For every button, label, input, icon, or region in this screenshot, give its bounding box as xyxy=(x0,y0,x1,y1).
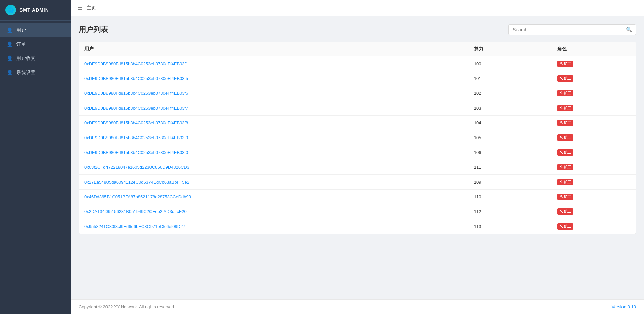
miner-icon: ⛏ xyxy=(560,62,563,66)
cell-role: ⛏ 矿工 xyxy=(552,145,636,160)
cell-hashrate: 103 xyxy=(469,101,552,116)
search-box: 🔍 xyxy=(508,24,636,35)
user-address-link[interactable]: 0x63f2CFd472218047e1605d2230C866D9D4826C… xyxy=(84,165,189,170)
sidebar-label-users: 用户 xyxy=(16,27,26,33)
cell-address: 0xDE9D0B8980Fd815b3b4C0253eb0730eFf4EB03… xyxy=(79,56,469,71)
user-address-link[interactable]: 0xDE9D0B8980Fd815b3b4C0253eb0730eFf4EB03… xyxy=(84,150,188,155)
user-address-link[interactable]: 0x9558241C80f8cf9Ed6d6bEC3C971eCfc6ef09D… xyxy=(84,224,185,229)
footer: Copyright © 2022 XY Network. All rights … xyxy=(71,299,644,314)
order-icon: 👤 xyxy=(7,41,13,47)
role-badge: ⛏ 矿工 xyxy=(557,105,573,111)
cell-address: 0x27Ea54805da6094112eC0d6374EdCb63aBbFF5… xyxy=(79,175,469,190)
sidebar: 🌐 SMT ADMIN 👤 用户 👤 订单 👤 用户收支 👤 系统设置 xyxy=(0,0,71,314)
cell-role: ⛏ 矿工 xyxy=(552,56,636,71)
miner-icon: ⛏ xyxy=(560,180,563,184)
role-badge: ⛏ 矿工 xyxy=(557,194,573,200)
miner-icon: ⛏ xyxy=(560,165,563,169)
cell-hashrate: 104 xyxy=(469,116,552,130)
user-address-link[interactable]: 0x2DA134Df5156281B051949C2CFeb2fAD3dffcE… xyxy=(84,209,187,214)
table-row: 0x27Ea54805da6094112eC0d6374EdCb63aBbFF5… xyxy=(79,175,636,190)
sidebar-label-settings: 系统设置 xyxy=(16,70,35,76)
table-row: 0xDE9D0B8980Fd815b3b4C0253eb0730eFf4EB03… xyxy=(79,71,636,86)
logo-text: SMT ADMIN xyxy=(19,7,49,13)
cell-hashrate: 101 xyxy=(469,71,552,86)
page-title: 用户列表 xyxy=(79,25,108,35)
cell-hashrate: 109 xyxy=(469,175,552,190)
table-row: 0xDE9D0B8980Fd815b3b4C0253eb0730eFf4EB03… xyxy=(79,116,636,130)
cell-role: ⛏ 矿工 xyxy=(552,101,636,116)
user-address-link[interactable]: 0x27Ea54805da6094112eC0d6374EdCb63aBbFF5… xyxy=(84,180,189,185)
user-address-link[interactable]: 0xDE9D0B8980Fd815b3b4C0253eb0730eFf4EB03… xyxy=(84,120,188,125)
col-header-role: 角色 xyxy=(552,42,636,56)
sidebar-item-balance[interactable]: 👤 用户收支 xyxy=(0,51,71,66)
user-address-link[interactable]: 0xDE9D0B8980Fd815b3b4C0253eb0730eFf4EB03… xyxy=(84,76,188,81)
cell-role: ⛏ 矿工 xyxy=(552,190,636,204)
topbar: ☰ 主页 xyxy=(71,0,644,16)
cell-role: ⛏ 矿工 xyxy=(552,116,636,130)
table-row: 0xDE9D0B8980Fd815b3b4C0253eb0730eFf4EB03… xyxy=(79,130,636,145)
miner-icon: ⛏ xyxy=(560,77,563,80)
footer-rights: . All rights reserved. xyxy=(137,304,175,309)
miner-icon: ⛏ xyxy=(560,151,563,154)
role-badge: ⛏ 矿工 xyxy=(557,134,573,141)
cell-role: ⛏ 矿工 xyxy=(552,86,636,101)
cell-hashrate: 100 xyxy=(469,56,552,71)
sidebar-item-settings[interactable]: 👤 系统设置 xyxy=(0,66,71,80)
user-address-link[interactable]: 0xDE9D0B8980Fd815b3b4C0253eb0730eFf4EB03… xyxy=(84,61,188,66)
main-content: ☰ 主页 用户列表 🔍 用户 算力 角色 xyxy=(71,0,644,314)
sidebar-nav: 👤 用户 👤 订单 👤 用户收支 👤 系统设置 xyxy=(0,21,71,314)
role-badge: ⛏ 矿工 xyxy=(557,90,573,96)
table-header-row: 用户 算力 角色 xyxy=(79,42,636,56)
cell-role: ⛏ 矿工 xyxy=(552,204,636,219)
role-badge: ⛏ 矿工 xyxy=(557,208,573,215)
user-icon: 👤 xyxy=(7,27,13,33)
miner-icon: ⛏ xyxy=(560,195,563,199)
cell-address: 0xDE9D0B8980Fd815b3b4C0253eb0730eFf4EB03… xyxy=(79,71,469,86)
col-header-hashrate: 算力 xyxy=(469,42,552,56)
cell-role: ⛏ 矿工 xyxy=(552,130,636,145)
user-address-link[interactable]: 0xDE9D0B8980Fd815b3b4C0253eb0730eFf4EB03… xyxy=(84,135,188,140)
cell-address: 0xDE9D0B8980Fd815b3b4C0253eb0730eFf4EB03… xyxy=(79,101,469,116)
role-badge: ⛏ 矿工 xyxy=(557,61,573,67)
role-badge: ⛏ 矿工 xyxy=(557,75,573,82)
search-input[interactable] xyxy=(509,25,622,34)
search-button[interactable]: 🔍 xyxy=(622,25,636,35)
table-row: 0xDE9D0B8980Fd815b3b4C0253eb0730eFf4EB03… xyxy=(79,101,636,116)
menu-toggle-icon[interactable]: ☰ xyxy=(77,4,83,12)
table-row: 0xDE9D0B8980Fd815b3b4C0253eb0730eFf4EB03… xyxy=(79,86,636,101)
user-address-link[interactable]: 0x46Dd365B1C051BFA87b8521178a28753CCeDdb… xyxy=(84,194,191,199)
cell-address: 0xDE9D0B8980Fd815b3b4C0253eb0730eFf4EB03… xyxy=(79,86,469,101)
sidebar-item-users[interactable]: 👤 用户 xyxy=(0,23,71,37)
user-address-link[interactable]: 0xDE9D0B8980Fd815b3b4C0253eb0730eFf4EB03… xyxy=(84,106,188,111)
cell-address: 0xDE9D0B8980Fd815b3b4C0253eb0730eFf4EB03… xyxy=(79,145,469,160)
sidebar-item-orders[interactable]: 👤 订单 xyxy=(0,37,71,51)
footer-brand: XY Network xyxy=(114,304,137,309)
miner-icon: ⛏ xyxy=(560,210,563,213)
role-badge: ⛏ 矿工 xyxy=(557,179,573,185)
cell-role: ⛏ 矿工 xyxy=(552,160,636,175)
content-area: 用户列表 🔍 用户 算力 角色 0xDE9D0B8980Fd815b3b4C02… xyxy=(71,16,644,291)
cell-hashrate: 105 xyxy=(469,130,552,145)
table-row: 0xDE9D0B8980Fd815b3b4C0253eb0730eFf4EB03… xyxy=(79,56,636,71)
cell-hashrate: 102 xyxy=(469,86,552,101)
cell-role: ⛏ 矿工 xyxy=(552,71,636,86)
cell-role: ⛏ 矿工 xyxy=(552,175,636,190)
footer-left: Copyright © 2022 XY Network. All rights … xyxy=(79,304,175,309)
logo-icon: 🌐 xyxy=(5,5,16,15)
miner-icon: ⛏ xyxy=(560,106,563,110)
footer-version: Version 0.10 xyxy=(612,304,636,309)
user-address-link[interactable]: 0xDE9D0B8980Fd815b3b4C0253eb0730eFf4EB03… xyxy=(84,91,188,96)
col-header-user: 用户 xyxy=(79,42,469,56)
breadcrumb: 主页 xyxy=(87,5,96,11)
cell-address: 0x63f2CFd472218047e1605d2230C866D9D4826C… xyxy=(79,160,469,175)
sidebar-label-balance: 用户收支 xyxy=(16,55,35,62)
cell-address: 0xDE9D0B8980Fd815b3b4C0253eb0730eFf4EB03… xyxy=(79,130,469,145)
logo: 🌐 SMT ADMIN xyxy=(0,0,71,21)
cell-hashrate: 111 xyxy=(469,160,552,175)
table-row: 0x9558241C80f8cf9Ed6d6bEC3C971eCfc6ef09D… xyxy=(79,219,636,234)
user-table: 用户 算力 角色 0xDE9D0B8980Fd815b3b4C0253eb073… xyxy=(79,42,636,234)
table-row: 0xDE9D0B8980Fd815b3b4C0253eb0730eFf4EB03… xyxy=(79,145,636,160)
role-badge: ⛏ 矿工 xyxy=(557,164,573,170)
cell-hashrate: 106 xyxy=(469,145,552,160)
balance-icon: 👤 xyxy=(7,55,13,62)
